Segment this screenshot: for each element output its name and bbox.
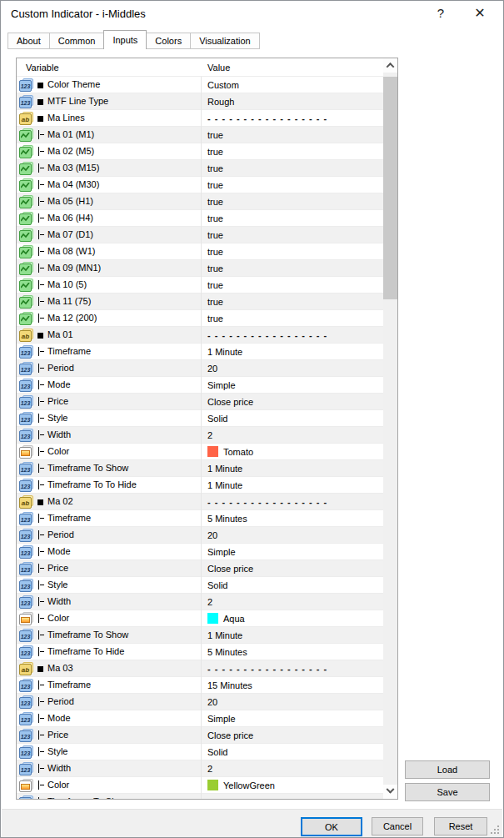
value-cell[interactable]: Close price [207,727,383,743]
table-row[interactable]: 123 Style Solid [17,410,383,427]
table-row[interactable]: ab Ma 01 - - - - - - - - - - - - - - - -… [17,327,383,344]
tab[interactable]: Common [49,33,105,49]
table-row[interactable]: 123 Mode Simple [17,544,383,560]
value-cell[interactable]: 1 Minute [207,344,383,359]
table-row[interactable]: 123 Style Solid [17,577,383,594]
value-cell[interactable]: Solid [207,577,383,593]
value-cell[interactable]: true [207,260,383,276]
table-row[interactable]: Ma 09 (MN1) true [17,260,383,277]
value-cell[interactable]: Close price [207,560,383,576]
table-row[interactable]: 123 Style Solid [17,744,383,760]
value-cell[interactable]: 1 Minute [207,477,383,493]
value-cell[interactable]: true [207,227,383,243]
table-row[interactable]: 123 Timeframe To Show 1 Minute [17,627,383,644]
value-cell[interactable]: 15 Minutes [207,677,383,693]
table-row[interactable]: Ma 08 (W1) true [17,243,383,260]
table-row[interactable]: ab Ma Lines - - - - - - - - - - - - - - … [17,110,383,127]
value-cell[interactable]: 20 [207,527,383,543]
table-row[interactable]: Ma 07 (D1) true [17,227,383,243]
value-cell[interactable]: - - - - - - - - - - - - - - - - - [207,327,383,343]
table-row[interactable]: 123 Timeframe To Hide 5 Minutes [17,644,383,660]
table-row[interactable]: 123 Mode Simple [17,710,383,727]
table-row[interactable]: Ma 02 (M5) true [17,143,383,160]
table-row[interactable]: Ma 03 (M15) true [17,160,383,177]
value-cell[interactable]: Simple [207,710,383,726]
table-row[interactable]: 123 Timeframe To To Hide 1 Minute [17,477,383,494]
table-row[interactable]: ab Ma 03 - - - - - - - - - - - - - - - -… [17,660,383,677]
value-cell[interactable]: 20 [207,360,383,376]
table-row[interactable]: Ma 12 (200) true [17,310,383,327]
table-row[interactable]: 123 Price Close price [17,560,383,577]
table-row[interactable]: 123 Period 20 [17,694,383,710]
value-cell[interactable]: Solid [207,744,383,760]
value-cell[interactable]: Custom [207,77,383,93]
table-row[interactable]: 123 Width 2 [17,427,383,444]
value-cell[interactable]: 1 Minute [207,794,383,799]
table-row[interactable]: 123 Price Close price [17,727,383,744]
table-row[interactable]: 123 Width 2 [17,594,383,610]
tab[interactable]: Visualization [190,33,260,49]
value-cell[interactable]: 1 Minute [207,627,383,643]
column-header-variable[interactable]: Variable [26,63,59,73]
value-cell[interactable]: 5 Minutes [207,644,383,660]
value-cell[interactable]: YellowGreen [207,777,383,793]
value-cell[interactable]: - - - - - - - - - - - - - - - - - [207,494,383,509]
vertical-scrollbar[interactable] [383,58,397,799]
value-cell[interactable]: - - - - - - - - - - - - - - - - - [207,110,383,126]
table-row[interactable]: 123 Mode Simple [17,377,383,394]
value-cell[interactable]: Simple [207,544,383,560]
load-button[interactable]: Load [405,760,490,779]
value-cell[interactable]: 2 [207,760,383,776]
value-cell[interactable]: Simple [207,377,383,393]
value-cell[interactable]: 1 Minute [207,460,383,476]
tab[interactable]: Colors [146,33,191,49]
table-row[interactable]: Color YellowGreen [17,777,383,794]
value-cell[interactable]: true [207,210,383,226]
table-row[interactable]: Ma 10 (5) true [17,277,383,294]
table-row[interactable]: 123 MTF Line Type Rough [17,93,383,110]
table-row[interactable]: 123 Price Close price [17,394,383,410]
table-row[interactable]: 123 Timeframe To Show 1 Minute [17,794,383,799]
value-cell[interactable]: Tomato [207,444,383,459]
value-cell[interactable]: 2 [207,594,383,610]
table-row[interactable]: Ma 11 (75) true [17,294,383,310]
table-row[interactable]: 123 Timeframe 5 Minutes [17,510,383,527]
table-row[interactable]: Color Tomato [17,444,383,460]
table-row[interactable]: 123 Period 20 [17,527,383,544]
value-cell[interactable]: true [207,243,383,259]
value-cell[interactable]: true [207,277,383,293]
value-cell[interactable]: true [207,160,383,176]
scroll-up-button[interactable] [383,58,397,73]
table-row[interactable]: Color Aqua [17,610,383,627]
table-row[interactable]: 123 Timeframe To Show 1 Minute [17,460,383,477]
value-cell[interactable]: 20 [207,694,383,710]
table-row[interactable]: Ma 01 (M1) true [17,127,383,143]
value-cell[interactable]: true [207,193,383,209]
scroll-down-button[interactable] [383,785,397,799]
resize-grip[interactable] [491,825,499,834]
table-row[interactable]: Ma 05 (H1) true [17,193,383,210]
table-row[interactable]: 123 Timeframe 15 Minutes [17,677,383,694]
value-cell[interactable]: 5 Minutes [207,510,383,526]
value-cell[interactable]: true [207,294,383,309]
value-cell[interactable]: true [207,310,383,326]
value-cell[interactable]: 2 [207,427,383,443]
save-button[interactable]: Save [405,783,490,801]
value-cell[interactable]: true [207,127,383,143]
value-cell[interactable]: true [207,177,383,193]
table-row[interactable]: 123 Width 2 [17,760,383,777]
value-cell[interactable]: Aqua [207,610,383,626]
table-row[interactable]: 123 Timeframe 1 Minute [17,344,383,360]
table-row[interactable]: 123 Color Theme Custom [17,77,383,93]
value-cell[interactable]: - - - - - - - - - - - - - - - - - [207,660,383,676]
value-cell[interactable]: Close price [207,394,383,409]
help-button[interactable]: ? [424,1,457,26]
tab[interactable]: Inputs [103,30,147,49]
value-cell[interactable]: true [207,143,383,159]
ok-button[interactable]: OK [301,817,362,836]
tab[interactable]: About [7,33,50,49]
value-cell[interactable]: Solid [207,410,383,426]
column-header-value[interactable]: Value [207,63,230,73]
cancel-button[interactable]: Cancel [372,817,423,835]
close-icon[interactable]: ✕ [463,1,497,26]
